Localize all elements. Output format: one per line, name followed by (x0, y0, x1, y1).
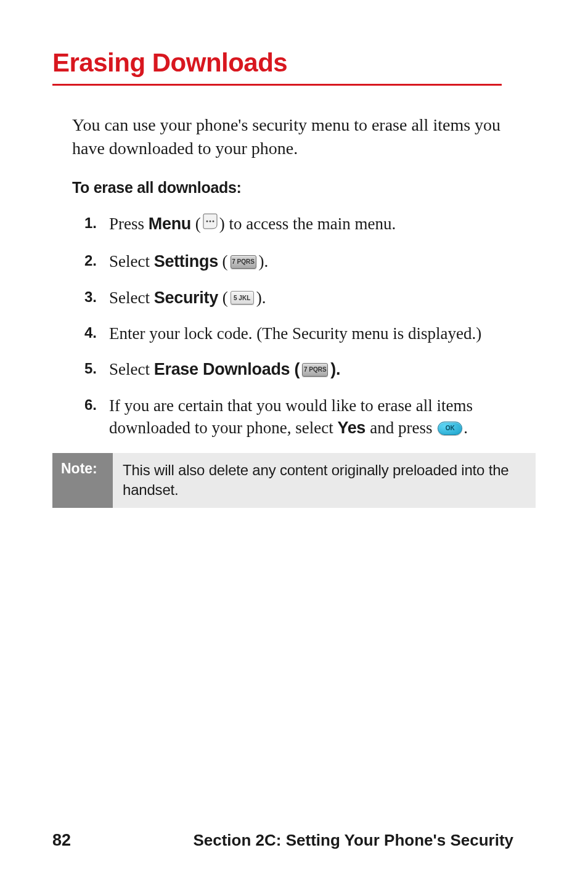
step-3: 3. Select Security (5 JKL). (84, 287, 536, 309)
ok-button-icon: OK (438, 422, 462, 435)
step-body: Select Security (5 JKL). (109, 287, 536, 309)
step-list: 1. Press Menu () to access the main menu… (84, 213, 536, 439)
step-number: 1. (84, 213, 109, 233)
page-title: Erasing Downloads (52, 48, 536, 78)
step-number: 2. (84, 250, 109, 271)
step-body: Enter your lock code. (The Security menu… (109, 322, 536, 345)
step-2: 2. Select Settings (7 PQRS). (84, 250, 536, 272)
menu-soft-key-icon (202, 213, 218, 235)
key-5-icon: 5 JKL (231, 291, 254, 304)
step-text-pre: Select (109, 360, 154, 378)
svg-point-0 (206, 220, 208, 222)
step-text-pre: Select (109, 252, 154, 271)
step-text-post2: ). (330, 360, 340, 378)
step-body: Press Menu () to access the main menu. (109, 213, 536, 237)
step-bold: Erase Downloads (154, 360, 290, 378)
title-underline (52, 84, 502, 86)
step-text-pre: Press (109, 214, 149, 233)
key-7-icon: 7 PQRS (231, 255, 256, 269)
step-text-post1: ( (218, 252, 228, 271)
step-text-post2: ) to access the main menu. (219, 214, 396, 233)
footer-section-title: Section 2C: Setting Your Phone's Securit… (193, 831, 513, 850)
step-text-post2: ). (256, 288, 266, 307)
step-bold: Security (154, 288, 218, 307)
page-number: 82 (52, 831, 71, 850)
step-1: 1. Press Menu () to access the main menu… (84, 213, 536, 237)
page-content: Erasing Downloads You can use your phone… (0, 0, 588, 508)
step-5: 5. Select Erase Downloads (7 PQRS). (84, 358, 536, 380)
intro-paragraph: You can use your phone's security menu t… (72, 113, 536, 160)
key-7-icon: 7 PQRS (302, 363, 328, 377)
step-number: 6. (84, 394, 109, 415)
step-body: Select Erase Downloads (7 PQRS). (109, 358, 536, 380)
step-body: Select Settings (7 PQRS). (109, 250, 536, 272)
svg-point-1 (209, 220, 211, 222)
note-text: This will also delete any content origin… (113, 453, 536, 508)
sub-heading: To erase all downloads: (72, 179, 536, 197)
note-label: Note: (52, 453, 113, 508)
note-box: Note: This will also delete any content … (52, 453, 536, 508)
step-number: 4. (84, 322, 109, 343)
step-bold: Menu (149, 214, 191, 233)
step-text-post1: and press (370, 419, 436, 437)
step-text-post1: ( (191, 214, 201, 233)
step-text-post1: ( (218, 288, 228, 307)
step-4: 4. Enter your lock code. (The Security m… (84, 322, 536, 345)
step-number: 3. (84, 287, 109, 307)
page-footer: 82 Section 2C: Setting Your Phone's Secu… (52, 831, 536, 850)
step-body: If you are certain that you would like t… (109, 394, 536, 439)
step-bold: Settings (154, 252, 218, 271)
step-text-pre: Select (109, 288, 154, 307)
svg-point-2 (212, 220, 214, 222)
step-text-post2: ). (259, 252, 269, 271)
step-bold: Yes (337, 419, 370, 437)
step-6: 6. If you are certain that you would lik… (84, 394, 536, 439)
step-text-post1: ( (290, 360, 300, 378)
step-text-post2: . (463, 419, 468, 437)
step-number: 5. (84, 358, 109, 378)
